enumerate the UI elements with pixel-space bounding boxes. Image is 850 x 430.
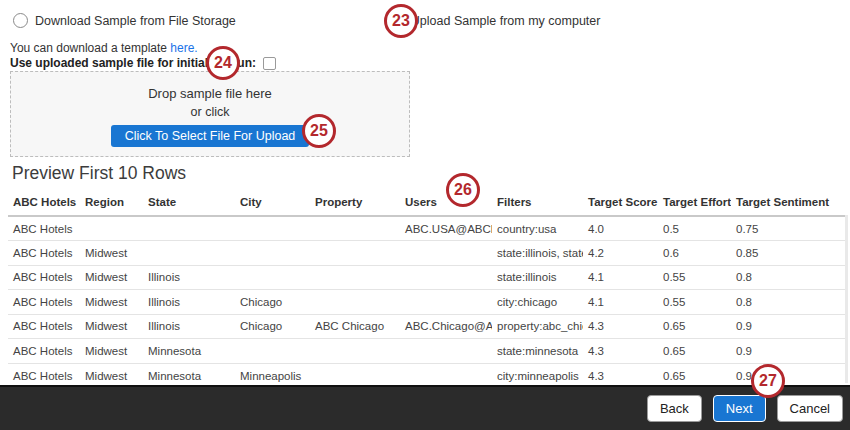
table-cell: ABC.Chicago@AB… — [400, 314, 492, 339]
table-cell: 0.8 — [731, 290, 846, 315]
table-cell — [400, 363, 492, 388]
column-header: Target Score — [583, 192, 658, 216]
table-cell: Midwest — [80, 290, 143, 315]
table-cell: Midwest — [80, 265, 143, 290]
table-cell: ABC Hotels — [8, 241, 80, 266]
table-scrollbar[interactable] — [845, 215, 848, 383]
table-cell: ABC Hotels — [8, 314, 80, 339]
table-row: ABC HotelsMidwestMinnesotastate:minnesot… — [8, 339, 846, 364]
table-row: ABC HotelsABC.USA@ABCho…country:usa4.00.… — [8, 216, 846, 241]
preview-table: ABC HotelsRegionStateCityPropertyUsersFi… — [8, 192, 846, 388]
table-cell: 4.3 — [583, 363, 658, 388]
table-cell: 0.85 — [731, 241, 846, 266]
column-header: City — [235, 192, 310, 216]
table-cell: 4.0 — [583, 216, 658, 241]
table-cell — [310, 290, 400, 315]
table-cell: 4.1 — [583, 290, 658, 315]
column-header: State — [143, 192, 235, 216]
table-cell: Chicago — [235, 314, 310, 339]
table-cell — [80, 216, 143, 241]
table-cell: ABC Hotels — [8, 339, 80, 364]
table-cell: ABC Chicago — [310, 314, 400, 339]
preview-title: Preview First 10 Rows — [12, 163, 186, 184]
table-cell — [400, 339, 492, 364]
table-cell — [235, 339, 310, 364]
table-cell: Illinois — [143, 314, 235, 339]
table-cell — [400, 290, 492, 315]
table-cell: city:chicago — [492, 290, 583, 315]
column-header: Target Sentiment — [731, 192, 846, 216]
table-row: ABC HotelsMidwestIllinoisChicagocity:chi… — [8, 290, 846, 315]
annotation-circle-24: 24 — [206, 46, 240, 80]
radio-download-label: Download Sample from File Storage — [35, 14, 236, 28]
annotation-circle-23: 23 — [384, 4, 418, 38]
table-cell: Midwest — [80, 339, 143, 364]
table-cell: ABC Hotels — [8, 363, 80, 388]
table-cell: 0.65 — [658, 363, 731, 388]
table-cell: Midwest — [80, 241, 143, 266]
table-cell: Illinois — [143, 265, 235, 290]
radio-upload-sample[interactable]: Upload Sample from my computer — [389, 13, 601, 28]
table-cell: state:illinois, state:… — [492, 241, 583, 266]
table-cell: 4.3 — [583, 339, 658, 364]
table-row: ABC HotelsMidwestIllinoisChicagoABC Chic… — [8, 314, 846, 339]
template-download-link[interactable]: here. — [170, 41, 197, 55]
radio-unselected-icon[interactable] — [13, 13, 28, 28]
table-cell — [310, 363, 400, 388]
table-cell: 4.3 — [583, 314, 658, 339]
table-cell: ABC Hotels — [8, 216, 80, 241]
table-cell — [143, 216, 235, 241]
table-cell — [143, 241, 235, 266]
table-cell: Chicago — [235, 290, 310, 315]
table-cell: ABC Hotels — [8, 290, 80, 315]
back-button[interactable]: Back — [647, 395, 702, 422]
table-row: ABC HotelsMidweststate:illinois, state:…… — [8, 241, 846, 266]
table-cell: property:abc_chic… — [492, 314, 583, 339]
initial-run-checkbox[interactable] — [263, 57, 276, 70]
column-header: Property — [310, 192, 400, 216]
table-cell — [310, 216, 400, 241]
table-cell: Midwest — [80, 363, 143, 388]
sample-source-radio-group: Download Sample from File Storage Upload… — [13, 13, 600, 28]
table-header-row: ABC HotelsRegionStateCityPropertyUsersFi… — [8, 192, 846, 216]
table-cell: 0.5 — [658, 216, 731, 241]
table-cell: 0.75 — [731, 216, 846, 241]
table-cell — [400, 265, 492, 290]
table-cell — [235, 241, 310, 266]
table-cell — [400, 241, 492, 266]
annotation-circle-26: 26 — [446, 173, 480, 207]
cancel-button[interactable]: Cancel — [777, 395, 843, 422]
table-cell: 0.55 — [658, 265, 731, 290]
table-cell: 4.1 — [583, 265, 658, 290]
template-hint: You can download a template here. — [10, 41, 198, 55]
radio-download-sample[interactable]: Download Sample from File Storage — [13, 13, 236, 28]
table-cell: city:minneapolis — [492, 363, 583, 388]
table-cell: Minnesota — [143, 339, 235, 364]
table-cell — [310, 265, 400, 290]
table-cell: 0.65 — [658, 339, 731, 364]
table-cell — [310, 241, 400, 266]
table-cell: 0.55 — [658, 290, 731, 315]
table-cell: Midwest — [80, 314, 143, 339]
file-dropzone[interactable]: Drop sample file here or click Click To … — [10, 71, 410, 157]
table-cell: Illinois — [143, 290, 235, 315]
column-header: Filters — [492, 192, 583, 216]
column-header: Target Effort — [658, 192, 731, 216]
table-cell: 4.2 — [583, 241, 658, 266]
table-cell: ABC.USA@ABCho… — [400, 216, 492, 241]
table-cell — [310, 339, 400, 364]
radio-upload-label: Upload Sample from my computer — [411, 14, 601, 28]
select-file-button[interactable]: Click To Select File For Upload — [111, 125, 310, 147]
table-cell: Minnesota — [143, 363, 235, 388]
table-cell: 0.6 — [658, 241, 731, 266]
table-row: ABC HotelsMidwestMinnesotaMinneapoliscit… — [8, 363, 846, 388]
column-header: Region — [80, 192, 143, 216]
table-cell: state:illinois — [492, 265, 583, 290]
table-cell: 0.8 — [731, 265, 846, 290]
table-cell: 0.9 — [731, 339, 846, 364]
table-cell: 0.9 — [731, 314, 846, 339]
table-cell: 0.9 — [731, 363, 846, 388]
annotation-circle-27: 27 — [751, 364, 785, 398]
table-cell — [235, 265, 310, 290]
next-button[interactable]: Next — [713, 395, 766, 422]
